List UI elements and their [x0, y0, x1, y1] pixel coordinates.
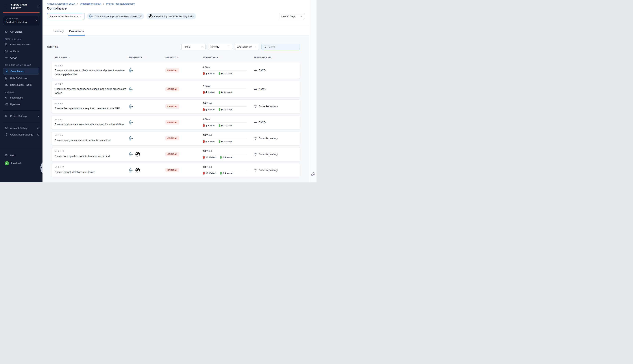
rule-name: Ensure pipelines are automatically scann… [55, 122, 126, 126]
infinity-icon [254, 69, 257, 72]
breadcrumb-organization[interactable]: Organization: default [80, 2, 101, 5]
rule-id: Id: 1.3.5 [55, 102, 129, 105]
sidebar-item-get-started[interactable]: Get Started [0, 28, 42, 35]
project-name: Product Exploratory [6, 21, 37, 24]
code-repository-icon [254, 105, 257, 108]
box-wrench-icon [5, 83, 8, 86]
toolbar: Total: 65 Status Severity Applicable On [47, 44, 305, 50]
project-box-icon [6, 18, 8, 20]
evaluations-cell: 10 Total 10 Failed 0 Passed [203, 150, 247, 159]
sidebar-item-code-repositories[interactable]: Code Repositories [0, 42, 42, 48]
date-range-dropdown[interactable]: Last 30 Days [279, 13, 305, 20]
table-row[interactable]: Id: 1.3.5 Ensure the organization is req… [51, 100, 300, 114]
severity-dropdown[interactable]: Severity [208, 44, 232, 50]
failed-value: 4 [206, 124, 207, 127]
sidebar-item-pipelines[interactable]: Pipelines [0, 101, 42, 108]
column-header-severity[interactable]: SEVERITY [165, 56, 203, 58]
app-switcher-grid-icon[interactable] [36, 5, 40, 8]
status-dropdown[interactable]: Status [181, 44, 206, 50]
breadcrumb-account[interactable]: Account: Automation-SSCA [47, 2, 75, 5]
standards-icons [129, 104, 166, 109]
evaluations-total-label: Total [206, 102, 212, 105]
rule-name: Ensure all external dependencies used in… [55, 87, 126, 95]
help-chat-icon [5, 154, 8, 157]
org-chart-gear-icon [5, 133, 8, 136]
owasp-chip[interactable]: OWASP Top 10 CI/CD Security Risks [146, 13, 196, 20]
owasp-logo-icon [135, 152, 140, 157]
table-row[interactable]: Id: 1.1.16 Ensure force pushes code to b… [51, 147, 300, 161]
sidebar-section-risk-compliance: RISK AND COMPLIANCE [0, 61, 42, 68]
cis-benchmark-chip[interactable]: CIS Software Supply Chain Benchmarks 1.0 [87, 13, 144, 20]
failed-label: Failed [209, 156, 216, 159]
applicable-on-label: CI/CD [258, 121, 266, 124]
applicable-on-dropdown[interactable]: Applicable On [235, 44, 259, 50]
cis-logo-icon [129, 152, 134, 157]
applicable-on-label: Code Repository [258, 105, 278, 108]
evaluations-total-value: 4 [203, 66, 204, 69]
total-count: Total: 65 [47, 46, 58, 48]
table-row[interactable]: Id: 1.1.17 Ensure branch deletions are d… [51, 163, 300, 177]
feedback-chat-icon[interactable] [311, 172, 316, 176]
cis-logo-icon [129, 86, 134, 92]
sidebar-item-artifacts[interactable]: Artifacts [0, 48, 42, 54]
sidebar-item-organization-settings[interactable]: Organization Settings [0, 132, 42, 138]
passed-indicator-square [220, 172, 222, 174]
right-gutter [309, 0, 316, 182]
standards-dropdown[interactable]: Standards: All Benchmarks [47, 13, 84, 20]
tab-evaluations[interactable]: Evaluations [69, 30, 84, 36]
rule-id: Id: 1.1.16 [55, 150, 129, 153]
sidebar-item-compliance[interactable]: Compliance [3, 68, 40, 75]
user-menu[interactable]: L Lavakush [0, 158, 42, 165]
table-row[interactable]: Id: 2.3.7 Ensure pipelines are automatic… [51, 115, 300, 130]
rule-name: Ensure force pushes code to branches is … [55, 154, 126, 158]
info-icon [37, 127, 40, 130]
table-row[interactable]: Id: 4.2.5 Ensure anonymous access to art… [51, 131, 300, 146]
evaluations-total-value: 4 [203, 84, 204, 87]
sidebar-item-integrations[interactable]: Integrations [0, 94, 42, 101]
standards-icons [129, 136, 166, 141]
severity-badge: CRITICAL [166, 136, 179, 140]
evaluations-divider [203, 122, 247, 122]
brand-divider [3, 12, 40, 13]
chevron-right-icon [35, 19, 37, 22]
chevron-right-icon [37, 115, 40, 118]
rule-name: Ensure the organization is requiring mem… [55, 106, 126, 110]
applicable-on-label: Code Repository [258, 137, 278, 140]
standards-icons [129, 86, 166, 92]
column-header-rule-name[interactable]: RULE NAME [54, 56, 128, 58]
sidebar-item-project-settings[interactable]: Project Settings [0, 113, 42, 120]
sidebar-item-help[interactable]: Help [0, 152, 42, 158]
severity-badge: CRITICAL [166, 104, 179, 108]
passed-value: 0 [222, 172, 224, 175]
severity-badge: CRITICAL [166, 168, 179, 172]
pipeline-icon [5, 103, 8, 106]
table-row[interactable]: Id: 2.3.8 Ensure scanners are in place t… [51, 62, 300, 79]
breadcrumb-project[interactable]: Project: Product Exploratory [106, 2, 135, 5]
evaluations-total-value: 10 [203, 134, 206, 136]
code-repository-icon [254, 168, 257, 172]
column-header-standards: STANDARDS [128, 56, 165, 58]
rule-id: Id: 2.3.7 [55, 118, 129, 121]
failed-label: Failed [208, 124, 215, 127]
gear-icon [5, 114, 8, 118]
sidebar-item-remediation-tracker[interactable]: Remediation Tracker [0, 82, 42, 88]
tab-summary[interactable]: Summary [53, 30, 64, 36]
project-selector[interactable]: PROJECT Product Exploratory [3, 16, 40, 25]
applicable-on-label: CI/CD [258, 69, 266, 72]
evaluations-cell: 4 Total 4 Failed 0 Passed [203, 118, 247, 127]
passed-value: 0 [221, 140, 223, 143]
sidebar-item-rule-definitions[interactable]: Rule Definitions [0, 75, 42, 82]
table-row[interactable]: Id: 2.4.2 Ensure all external dependenci… [51, 80, 300, 98]
rule-id: Id: 4.2.5 [55, 134, 129, 137]
project-label: PROJECT [9, 18, 18, 20]
sidebar-item-account-settings[interactable]: Account Settings [0, 125, 42, 132]
cis-logo-icon [129, 104, 134, 109]
search-input[interactable] [262, 44, 300, 50]
passed-label: Passed [224, 72, 232, 75]
standards-icons [129, 120, 166, 125]
sidebar-item-cicd[interactable]: CI/CD [0, 54, 42, 61]
passed-indicator-square [219, 91, 220, 94]
failed-value: 0 [206, 140, 207, 143]
owasp-logo-icon [135, 168, 140, 173]
failed-label: Failed [208, 140, 215, 143]
